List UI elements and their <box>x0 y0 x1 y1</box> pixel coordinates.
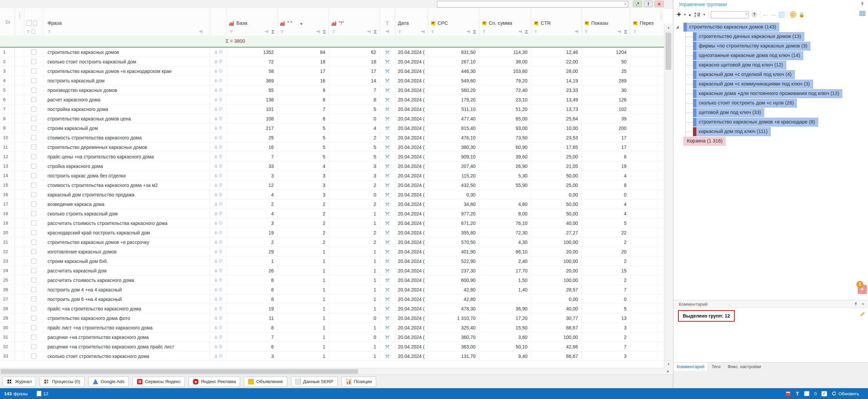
pin-panel-icon[interactable] <box>860 2 865 6</box>
column-special-sum[interactable]: Сп. сумма Σ <box>479 8 531 36</box>
group-label[interactable]: сколько стоит построить дом +с нуля (26) <box>696 99 797 108</box>
phrase-cell[interactable]: прайс цены +на строительство каркасного … <box>43 152 210 162</box>
scroll-right-button[interactable]: ▶ <box>664 368 672 375</box>
phrase-cell[interactable]: построить каркасный дом <box>43 76 210 86</box>
shield-icon[interactable] <box>219 107 223 111</box>
lock-icon[interactable] <box>214 325 218 330</box>
lock-icon[interactable] <box>214 287 218 292</box>
sum-column-icon[interactable]: Σ <box>323 29 326 35</box>
group-search-combobox[interactable]: ˅ <box>711 11 749 18</box>
column-exact-frequency[interactable]: "!" Σ <box>329 8 380 36</box>
filter-funnel-icon[interactable] <box>47 30 51 34</box>
table-row[interactable]: 12 прайс цены +на строительство каркасно… <box>0 152 664 162</box>
row-checkbox[interactable] <box>31 154 36 159</box>
row-checkbox[interactable] <box>31 335 36 340</box>
phrase-cell[interactable]: построить дом 4 +на 4 каркасный <box>43 285 210 294</box>
regex-filter-button[interactable]: .* <box>633 1 642 7</box>
group-tree-item[interactable]: Корзина (1 316) <box>673 136 868 146</box>
lock-icon[interactable] <box>214 135 218 140</box>
phrase-cell[interactable]: прайс +на строительство каркасного дома <box>43 304 210 314</box>
table-row[interactable]: 5 производство каркасных домов 55 9 7 20… <box>0 86 664 95</box>
row-checkbox[interactable] <box>31 107 36 112</box>
shield-icon[interactable] <box>219 97 223 102</box>
lock-icon[interactable] <box>214 69 218 73</box>
phrase-cell[interactable]: рассчитать стоимость строительства карка… <box>43 218 210 228</box>
group-label[interactable]: каркасный дом +с коммуникациями под ключ… <box>696 80 813 89</box>
group-label[interactable]: каркасный дом +с отделкой под ключ (4) <box>696 70 795 79</box>
vertical-scrollbar[interactable]: ▲ ▼ <box>664 24 672 375</box>
row-checkbox[interactable] <box>31 88 36 93</box>
scroll-down-button[interactable]: ▼ <box>665 360 672 368</box>
shield-icon[interactable] <box>219 173 223 178</box>
shield-icon[interactable] <box>219 69 223 73</box>
shield-icon[interactable] <box>219 50 223 54</box>
lock-icon[interactable] <box>214 145 218 149</box>
filter-funnel-icon[interactable] <box>385 21 390 26</box>
phrase-cell[interactable]: строительство каркасных домов цена <box>43 114 210 124</box>
shield-icon[interactable] <box>219 59 223 64</box>
row-checkbox[interactable] <box>31 287 36 292</box>
pin-column-icon[interactable] <box>385 30 389 34</box>
pin-panel-icon[interactable] <box>854 302 858 306</box>
row-checkbox[interactable] <box>31 97 36 102</box>
lock-icon[interactable] <box>214 126 218 130</box>
shield-icon[interactable] <box>219 116 223 121</box>
quick-filter-combobox[interactable]: ˅ <box>437 1 628 7</box>
shield-icon[interactable] <box>219 306 223 311</box>
table-row[interactable]: 2 сколько стоит построить каркасный дом … <box>0 57 664 66</box>
column-phrase[interactable]: Фраза <box>43 8 210 36</box>
row-checkbox[interactable] <box>31 192 36 197</box>
group-tree-item[interactable]: сколько стоит построить дом +с нуля (26) <box>673 98 868 108</box>
row-checkbox[interactable] <box>31 78 36 83</box>
comment-tab-Теги[interactable]: Теги <box>708 363 724 371</box>
group-tree-item[interactable]: фирмы +по строительству каркасных домов … <box>673 41 868 51</box>
column-transitions[interactable]: Перез <box>630 8 658 36</box>
table-row[interactable]: 10 стоимость строительства каркасного до… <box>0 133 664 142</box>
column-base[interactable]: База Σ <box>227 8 277 36</box>
phrase-cell[interactable]: каркасный дом строительство продажа <box>43 190 210 200</box>
chevron-down-icon[interactable]: ▼ <box>683 13 687 16</box>
bottom-tab-process[interactable]: Процессы (0) <box>40 377 84 387</box>
phrase-cell[interactable]: изготовление каркасных домов <box>43 247 210 256</box>
lock-icon[interactable] <box>214 316 218 320</box>
chevron-down-icon[interactable]: ˅ <box>746 12 748 16</box>
phrase-cell[interactable]: прайс лист +на строительство каркасного … <box>43 323 210 332</box>
shield-icon[interactable] <box>219 325 223 330</box>
group-tree-item[interactable]: щитовой дом под ключ (33) <box>673 108 868 117</box>
table-row[interactable]: 23 строим каркасный дом 6x6 1 1 1 20.04.… <box>0 256 664 266</box>
filter-status-icon[interactable] <box>795 392 799 396</box>
sum-column-icon[interactable]: Σ <box>624 29 627 35</box>
shield-icon[interactable] <box>219 230 223 235</box>
shield-icon[interactable] <box>219 354 223 358</box>
filter-funnel-icon[interactable] <box>332 30 335 34</box>
phrase-cell[interactable]: построить каркас дома без отделки <box>43 171 210 180</box>
bottom-tab-yadv[interactable]: Яндекс Реклама <box>189 377 240 387</box>
lock-icon[interactable] <box>214 107 218 111</box>
shield-icon[interactable] <box>219 145 223 149</box>
row-checkbox[interactable] <box>31 50 36 55</box>
pin-column-icon[interactable] <box>617 30 621 34</box>
sort-az-button[interactable] <box>694 12 700 17</box>
lock-icon[interactable] <box>214 249 218 254</box>
horizontal-scrollbar[interactable] <box>0 368 664 375</box>
phrase-cell[interactable]: постройка каркасного дома <box>43 104 210 114</box>
phrase-cell[interactable]: стоимость строительства каркасного дома … <box>43 180 210 190</box>
drag-dots-icon[interactable]: ⋮⋮ <box>17 13 22 18</box>
close-panel-icon[interactable]: × <box>862 301 865 307</box>
row-checkbox[interactable] <box>31 268 36 273</box>
group-tree-item[interactable]: каркасные дома +для постоянного проживан… <box>673 89 868 98</box>
shield-icon[interactable] <box>219 192 223 197</box>
shield-icon[interactable] <box>219 135 223 140</box>
shield-icon[interactable] <box>219 78 223 83</box>
lock-icon[interactable] <box>214 202 218 206</box>
table-row[interactable]: 11 строительство деревянных каркасных до… <box>0 142 664 152</box>
group-tree-item[interactable]: каркасный дом +с коммуникациями под ключ… <box>673 79 868 89</box>
table-row[interactable]: 32 расценки +на строительство каркасного… <box>0 342 664 352</box>
shield-icon[interactable] <box>219 211 223 216</box>
table-row[interactable]: 22 изготовление каркасных домов 29 1 1 2… <box>0 247 664 256</box>
lock-icon[interactable] <box>214 297 218 301</box>
group-tree-item[interactable]: одноэтажные каркасные дома под ключ (14) <box>673 51 868 60</box>
phrase-cell[interactable]: строительство каркасных домов <box>43 48 210 57</box>
lock-icon[interactable] <box>214 240 218 244</box>
column-date[interactable]: Дата <box>395 8 428 36</box>
